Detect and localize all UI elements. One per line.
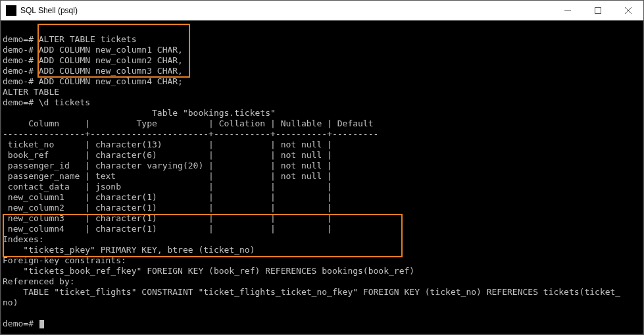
prompt: demo-# xyxy=(3,76,39,86)
table-row: new_column3 | character(1) | | | xyxy=(3,213,332,223)
section-label: Indexes: xyxy=(3,234,44,244)
table-row: book_ref | character(6) | | not null | xyxy=(3,150,332,160)
sql-line: ADD COLUMN new_column2 CHAR, xyxy=(39,55,183,65)
table-row: ticket_no | character(13) | | not null | xyxy=(3,140,332,149)
section-label: Referenced by: xyxy=(3,276,75,286)
window-controls xyxy=(553,1,643,20)
table-header: Column | Type | Collation | Nullable | D… xyxy=(3,118,374,128)
svg-rect-1 xyxy=(595,7,601,13)
prompt: demo=# xyxy=(3,34,39,44)
prompt: demo=# xyxy=(3,97,39,107)
app-icon xyxy=(6,5,16,16)
prompt: demo-# xyxy=(3,55,39,65)
sql-line: ADD COLUMN new_column1 CHAR, xyxy=(39,45,183,55)
table-row: passenger_name | text | | not null | xyxy=(3,171,332,181)
close-button[interactable] xyxy=(613,1,643,20)
output-line: "tickets_pkey" PRIMARY KEY, btree (ticke… xyxy=(3,245,255,255)
sql-line: \d tickets xyxy=(39,97,90,107)
table-row: new_column2 | character(1) | | | xyxy=(3,203,332,213)
section-label: Foreign-key constraints: xyxy=(3,255,126,265)
sql-line: ADD COLUMN new_column4 CHAR; xyxy=(39,76,183,86)
psql-window: SQL Shell (psql) demo=# ALTER TABLE tick… xyxy=(0,0,644,335)
table-divider: ----------------+-----------------------… xyxy=(3,129,378,139)
sql-line: ADD COLUMN new_column3 CHAR, xyxy=(39,66,183,76)
titlebar: SQL Shell (psql) xyxy=(1,1,643,20)
prompt: demo-# xyxy=(3,45,39,55)
output-line: no) xyxy=(3,297,18,307)
prompt: demo-# xyxy=(3,66,39,76)
prompt: demo=# xyxy=(3,319,39,328)
table-row: new_column1 | character(1) | | | xyxy=(3,192,332,202)
sql-line: ALTER TABLE tickets xyxy=(39,34,137,44)
table-row: passenger_id | character varying(20) | |… xyxy=(3,161,332,170)
table-row: new_column4 | character(1) | | | xyxy=(3,224,332,234)
output-line: TABLE "ticket_flights" CONSTRAINT "ticke… xyxy=(3,287,620,297)
output-line: ALTER TABLE xyxy=(3,87,59,97)
cursor xyxy=(39,320,44,328)
table-title: Table "bookings.tickets" xyxy=(3,108,276,118)
terminal-area[interactable]: demo=# ALTER TABLE tickets demo-# ADD CO… xyxy=(1,20,643,334)
table-row: contact_data | jsonb | | | xyxy=(3,182,332,192)
minimize-button[interactable] xyxy=(553,1,583,20)
output-line: "tickets_book_ref_fkey" FOREIGN KEY (boo… xyxy=(3,266,414,276)
window-title: SQL Shell (psql) xyxy=(20,6,553,15)
maximize-button[interactable] xyxy=(583,1,613,20)
